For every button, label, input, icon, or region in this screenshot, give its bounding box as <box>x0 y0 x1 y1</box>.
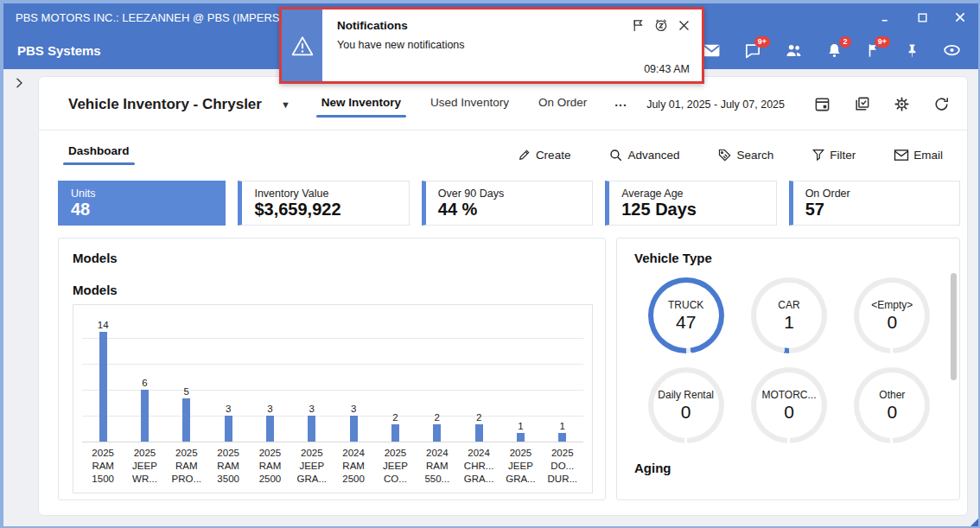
bar-6[interactable]: 3 <box>333 314 374 442</box>
vehicle-type-ring-0[interactable]: TRUCK47 <box>648 277 724 353</box>
vehicle-type-value-3: 0 <box>681 402 691 423</box>
pin-icon[interactable] <box>905 42 920 59</box>
pencil-icon <box>518 148 531 162</box>
vehicle-type-label-3: Daily Rental <box>658 389 714 401</box>
maximize-button[interactable] <box>917 12 928 23</box>
kpi-average-age[interactable]: Average Age 125 Days <box>605 181 776 226</box>
vehicle-type-panel: Vehicle Type TRUCK47CAR1<Empty>0Daily Re… <box>616 238 960 500</box>
people-icon[interactable] <box>785 42 803 58</box>
bar-9[interactable]: 2 <box>458 314 500 442</box>
window-title: PBS MOTORS INC.: LEEZANNEH @ PBS (IMPERS… <box>16 11 289 24</box>
bar-value-2: 5 <box>184 386 189 397</box>
refresh-icon[interactable] <box>933 96 950 112</box>
models-panel-title: Models <box>73 251 593 265</box>
vehicle-type-label-4: MOTORC... <box>761 389 816 401</box>
funnel-icon <box>811 148 825 162</box>
minimize-button[interactable] <box>880 12 891 23</box>
envelope-icon <box>894 149 909 162</box>
vehicle-type-ring-2[interactable]: <Empty>0 <box>854 277 930 353</box>
close-button[interactable] <box>954 11 966 23</box>
action-buttons: Create Advanced Search Filter <box>518 148 943 162</box>
models-panel: Models Models 1465333322211 2025 RAM 150… <box>58 238 606 500</box>
close-notification-icon[interactable] <box>677 18 691 33</box>
kpi-over-90-days-value: 44 % <box>438 200 580 219</box>
bar-3[interactable]: 3 <box>207 314 249 442</box>
vehicle-type-ring-3[interactable]: Daily Rental0 <box>648 367 724 443</box>
notification-severity-panel <box>282 10 322 81</box>
mail-icon[interactable] <box>703 43 721 58</box>
bar-category-9: 2024 CHR... GRA... <box>458 442 500 489</box>
bar-11[interactable]: 1 <box>542 314 583 442</box>
flag-notification-icon[interactable] <box>631 18 646 33</box>
dashboard-card: Vehicle Inventory - Chrysler ▼ New Inven… <box>38 76 968 516</box>
kpi-on-order-label: On Order <box>805 188 947 200</box>
chart-plot-area: 1465333322211 <box>82 314 583 442</box>
inventory-tabs: New Inventory Used Inventory On Order ..… <box>320 91 627 118</box>
bar-value-9: 2 <box>476 412 481 423</box>
date-range[interactable]: July 01, 2025 - July 07, 2025 <box>646 99 785 111</box>
vehicle-type-ring-4[interactable]: MOTORC...0 <box>751 367 827 443</box>
bar-value-4: 3 <box>267 404 272 414</box>
bar-8[interactable]: 2 <box>417 314 458 442</box>
more-tabs-button[interactable]: ... <box>614 95 627 114</box>
bar-10[interactable]: 1 <box>500 314 541 442</box>
email-button[interactable]: Email <box>894 149 943 162</box>
kpi-over-90-days-label: Over 90 Days <box>438 188 580 200</box>
vehicle-type-value-5: 0 <box>887 402 897 423</box>
email-label: Email <box>913 149 943 162</box>
filter-button[interactable]: Filter <box>811 148 856 162</box>
kpi-row: Units 48 Inventory Value $3,659,922 Over… <box>39 174 967 226</box>
bar-value-5: 3 <box>309 404 315 414</box>
window-resize-corner[interactable] <box>970 518 978 526</box>
expand-sidebar-chevron-icon[interactable] <box>13 76 26 93</box>
vertical-scrollbar[interactable] <box>951 273 957 380</box>
bar-4[interactable]: 3 <box>249 314 290 442</box>
gear-icon[interactable] <box>894 96 910 112</box>
title-dropdown-caret-icon[interactable]: ▼ <box>281 99 290 110</box>
create-button[interactable]: Create <box>518 148 571 162</box>
tab-new-inventory[interactable]: New Inventory <box>320 91 403 118</box>
bar-value-10: 1 <box>518 421 523 431</box>
tag-icon <box>717 148 732 162</box>
bar-category-4: 2025 RAM 2500 <box>249 442 290 489</box>
checklist-icon[interactable] <box>854 96 870 112</box>
bar-2[interactable]: 5 <box>166 314 207 442</box>
advanced-button[interactable]: Advanced <box>608 148 679 162</box>
bar-category-11: 2025 DO... DUR... <box>542 442 583 489</box>
tab-used-inventory[interactable]: Used Inventory <box>429 91 511 118</box>
vehicle-type-label-0: TRUCK <box>668 299 703 311</box>
vehicle-type-value-0: 47 <box>676 312 696 333</box>
vehicle-type-value-1: 1 <box>784 312 794 333</box>
chat-icon[interactable]: 9+ <box>744 42 761 59</box>
vehicle-type-label-2: <Empty> <box>871 299 913 311</box>
bell-icon[interactable]: 2 <box>826 42 843 59</box>
tab-on-order[interactable]: On Order <box>537 91 589 118</box>
chat-badge: 9+ <box>754 36 770 48</box>
kpi-units[interactable]: Units 48 <box>58 181 226 226</box>
kpi-inventory-value[interactable]: Inventory Value $3,659,922 <box>238 181 409 226</box>
bar-7[interactable]: 2 <box>374 314 416 442</box>
vehicle-type-ring-5[interactable]: Other0 <box>854 367 930 443</box>
bar-1[interactable]: 6 <box>124 314 165 442</box>
kpi-average-age-value: 125 Days <box>621 200 763 219</box>
flag-icon[interactable]: 9+ <box>866 42 881 59</box>
tab-dashboard[interactable]: Dashboard <box>68 144 130 165</box>
snooze-icon[interactable] <box>653 17 669 33</box>
bar-0[interactable]: 14 <box>82 314 124 442</box>
kpi-over-90-days[interactable]: Over 90 Days 44 % <box>422 181 593 226</box>
vehicle-type-ring-1[interactable]: CAR1 <box>751 277 827 353</box>
kpi-on-order[interactable]: On Order 57 <box>789 181 960 226</box>
vehicle-type-label-5: Other <box>879 389 905 401</box>
bar-value-1: 6 <box>142 378 147 388</box>
bar-value-6: 3 <box>351 404 356 414</box>
window-controls <box>880 11 966 23</box>
bar-value-8: 2 <box>435 412 440 423</box>
create-label: Create <box>536 149 571 162</box>
eye-icon[interactable] <box>943 43 961 57</box>
app-name: PBS Systems <box>17 43 101 58</box>
calendar-icon[interactable] <box>814 96 830 112</box>
bar-5[interactable]: 3 <box>291 314 333 442</box>
kpi-on-order-value: 57 <box>805 200 947 219</box>
search-button[interactable]: Search <box>717 148 773 162</box>
bar-category-8: 2024 RAM 550... <box>417 442 458 489</box>
